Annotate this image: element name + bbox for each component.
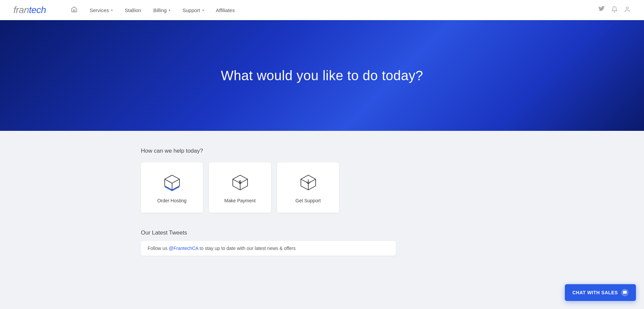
- nav-support-caret: ▾: [202, 8, 204, 12]
- hero-section: What would you like to do today?: [0, 20, 644, 131]
- nav-item-billing-label: Billing: [153, 7, 167, 13]
- svg-point-1: [626, 7, 629, 9]
- help-cards-row: Order Hosting $ Make Payment: [141, 162, 503, 213]
- help-section-title: How can we help today?: [141, 148, 503, 154]
- card-order-hosting-label: Order Hosting: [157, 198, 186, 203]
- nav-item-affiliates[interactable]: Affiliates: [211, 5, 239, 16]
- navbar: frantech Services ▾ Stallion Billing ▾ S…: [0, 0, 644, 20]
- hero-title: What would you like to do today?: [221, 68, 423, 83]
- card-make-payment[interactable]: $ Make Payment: [209, 162, 271, 213]
- twitter-icon[interactable]: [598, 6, 605, 14]
- brand-fran: fran: [13, 5, 29, 15]
- make-payment-icon: $: [229, 172, 251, 193]
- tweets-follow-handle[interactable]: @FrantechCA: [169, 246, 198, 251]
- brand-logo[interactable]: frantech: [13, 5, 46, 15]
- navbar-right-icons: [598, 6, 631, 14]
- svg-rect-0: [73, 10, 75, 12]
- nav-item-services[interactable]: Services ▾: [85, 5, 117, 16]
- tweets-follow-after: to stay up to date with our latest news …: [198, 246, 296, 251]
- get-support-icon: [298, 172, 319, 193]
- nav-item-support-label: Support: [182, 7, 200, 13]
- nav-links: Services ▾ Stallion Billing ▾ Support ▾ …: [66, 3, 598, 17]
- svg-text:$: $: [239, 179, 241, 185]
- bell-icon[interactable]: [611, 6, 618, 14]
- user-icon[interactable]: [624, 6, 631, 14]
- nav-item-services-label: Services: [90, 7, 109, 13]
- card-get-support[interactable]: Get Support: [277, 162, 339, 213]
- card-make-payment-label: Make Payment: [224, 198, 256, 203]
- main-content: How can we help today? Order Hosting: [0, 131, 644, 299]
- card-get-support-label: Get Support: [296, 198, 321, 203]
- tweets-follow-before: Follow us: [148, 246, 169, 251]
- card-order-hosting[interactable]: Order Hosting: [141, 162, 203, 213]
- tweets-section: Our Latest Tweets Follow us @FrantechCA …: [141, 229, 503, 256]
- nav-item-affiliates-label: Affiliates: [216, 7, 235, 13]
- tweets-follow-text: Follow us @FrantechCA to stay up to date…: [141, 241, 396, 256]
- chat-with-sales-button[interactable]: CHAT WITH SALES: [565, 284, 636, 299]
- nav-item-billing[interactable]: Billing ▾: [149, 5, 175, 16]
- nav-item-stallion-label: Stallion: [125, 7, 141, 13]
- chat-button-label: CHAT WITH SALES: [572, 290, 618, 295]
- tweets-section-title: Our Latest Tweets: [141, 229, 503, 236]
- nav-item-support[interactable]: Support ▾: [178, 5, 209, 16]
- nav-item-stallion[interactable]: Stallion: [120, 5, 146, 16]
- order-hosting-icon: [161, 172, 183, 193]
- content-wrapper: How can we help today? Order Hosting: [127, 148, 517, 256]
- nav-home-icon[interactable]: [66, 3, 82, 17]
- brand-tech: tech: [29, 5, 46, 15]
- nav-services-caret: ▾: [111, 8, 113, 12]
- nav-billing-caret: ▾: [169, 8, 170, 12]
- chat-bubble-icon: [621, 289, 629, 296]
